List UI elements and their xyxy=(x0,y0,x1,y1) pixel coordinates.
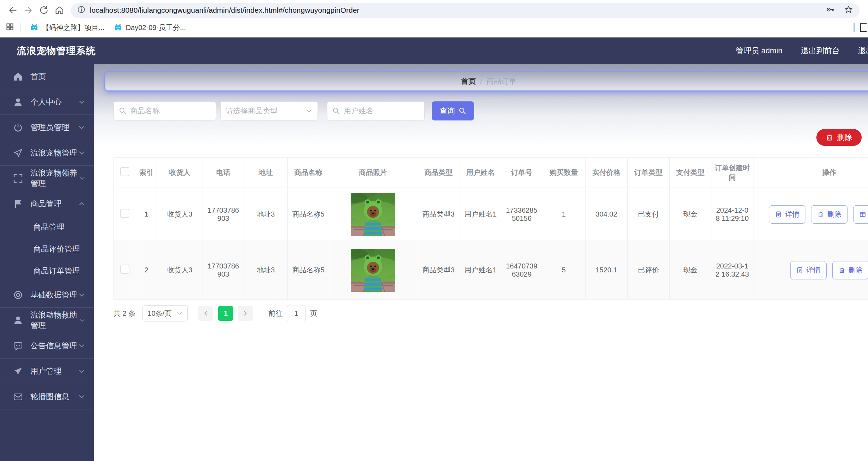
sidebar-item-label: 管理员管理 xyxy=(30,122,69,133)
search-icon xyxy=(459,107,466,115)
sidebar-item-label: 轮播图信息 xyxy=(30,391,69,402)
cell-paid-price: 304.02 xyxy=(586,188,628,241)
table-toolbar: 删除 xyxy=(94,129,868,146)
sidebar-subitem-product[interactable]: 商品管理 xyxy=(0,216,94,238)
sidebar-item-rescue-management[interactable]: 流浪动物救助管理 xyxy=(0,308,94,333)
chevron-down-icon xyxy=(78,368,85,374)
cell-order-type: 已支付 xyxy=(628,188,670,241)
product-name-input[interactable] xyxy=(130,107,211,115)
next-page-button[interactable] xyxy=(238,306,253,321)
product-photo[interactable] xyxy=(351,193,395,236)
sidebar-item-label: 商品管理 xyxy=(30,199,62,209)
document-icon xyxy=(796,267,803,274)
col-index: 索引 xyxy=(136,158,157,188)
apps-grid-icon[interactable] xyxy=(6,23,14,32)
col-product-type: 商品类型 xyxy=(417,158,460,188)
product-type-select[interactable]: 请选择商品类型 xyxy=(220,101,318,120)
forward-icon[interactable] xyxy=(21,2,36,18)
sidebar-item-user-management[interactable]: 用户管理 xyxy=(0,359,94,384)
sidebar-item-base-data-management[interactable]: 基础数据管理 xyxy=(0,282,94,307)
sidebar-subitem-label: 商品订单管理 xyxy=(33,266,80,276)
cell-index: 2 xyxy=(136,241,157,300)
detail-button[interactable]: 详情 xyxy=(790,261,827,279)
col-product-name: 商品名称 xyxy=(288,158,329,188)
page-size-value: 10条/页 xyxy=(147,309,171,318)
detail-button[interactable]: 详情 xyxy=(769,205,805,224)
back-icon[interactable] xyxy=(5,2,21,18)
goto-page-input[interactable] xyxy=(287,306,306,321)
cell-product-type: 商品类型3 xyxy=(417,188,460,241)
chevron-down-icon xyxy=(80,176,85,181)
cell-phone: 17703786903 xyxy=(203,188,244,241)
home-icon[interactable] xyxy=(52,2,67,18)
sidebar-item-product-management[interactable]: 商品管理 xyxy=(0,191,94,216)
bilibili-icon xyxy=(114,23,122,32)
url-text[interactable]: localhost:8080/liulangcongwuguanli/admin… xyxy=(90,6,821,14)
orders-table: 索引 收货人 电话 地址 商品名称 商品照片 商品类型 用户姓名 订单号 购买数… xyxy=(113,157,868,300)
sidebar-item-carousel-info[interactable]: 轮播图信息 xyxy=(0,384,94,409)
sidebar-item-notice-management[interactable]: 公告信息管理 xyxy=(0,333,94,358)
ship-button[interactable]: 发货 xyxy=(853,205,868,224)
cell-order-type: 已评价 xyxy=(628,241,670,300)
reload-icon[interactable] xyxy=(36,2,52,18)
target-circle-icon xyxy=(13,290,23,300)
screen: localhost:8080/liulangcongwuguanli/admin… xyxy=(0,0,868,461)
cell-created-time: 2022-03-12 16:32:43 xyxy=(711,241,753,300)
logout-link[interactable]: 退出 xyxy=(858,46,868,56)
select-all-checkbox[interactable] xyxy=(120,167,129,176)
sidebar-item-personal-center[interactable]: 个人中心 xyxy=(0,89,94,114)
col-paid-price: 实付价格 xyxy=(586,158,628,188)
chevron-down-icon xyxy=(305,108,313,114)
sidebar-item-adoption-management[interactable]: 流浪宠物领养管理 xyxy=(0,166,94,191)
delete-row-button[interactable]: 删除 xyxy=(832,261,868,279)
user-name-field xyxy=(327,101,425,120)
sidebar-item-stray-pet-management[interactable]: 流浪宠物管理 xyxy=(0,140,94,165)
chevron-down-icon xyxy=(78,394,85,400)
breadcrumb-home[interactable]: 首页 xyxy=(461,76,476,86)
sidebar-subitem-product-order[interactable]: 商品订单管理 xyxy=(0,260,94,282)
col-quantity: 购买数量 xyxy=(542,158,586,188)
bookmark-item[interactable]: Day02-09-员工分... xyxy=(111,22,189,34)
sidebar-subitem-label: 商品管理 xyxy=(33,222,64,232)
password-key-icon[interactable] xyxy=(826,5,835,16)
document-icon xyxy=(775,211,782,218)
delete-row-button[interactable]: 删除 xyxy=(811,205,847,224)
sidebar-subitem-label: 商品评价管理 xyxy=(33,244,80,254)
site-info-icon[interactable] xyxy=(77,5,86,15)
app-header: 流浪宠物管理系统 管理员 admin 退出到前台 退出 xyxy=(0,37,868,64)
col-user-name: 用户姓名 xyxy=(460,158,501,188)
batch-delete-button[interactable]: 删除 xyxy=(816,129,862,146)
col-pay-type: 支付类型 xyxy=(670,158,711,188)
browser-toolbar: localhost:8080/liulangcongwuguanli/admin… xyxy=(0,0,868,20)
row-checkbox[interactable] xyxy=(120,265,129,274)
query-button[interactable]: 查询 xyxy=(432,101,474,120)
bookmark-item[interactable]: 【码神之路】项目... xyxy=(27,22,107,34)
sidebar-item-home[interactable]: 首页 xyxy=(0,64,94,89)
partial-bookmark-icon xyxy=(860,23,867,32)
page-size-select[interactable]: 10条/页 xyxy=(142,305,188,321)
current-page-button[interactable]: 1 xyxy=(218,306,233,321)
admin-user-label[interactable]: 管理员 admin xyxy=(736,46,782,56)
trash-icon xyxy=(826,134,833,141)
col-created-time: 订单创建时间 xyxy=(711,158,753,188)
sidebar-item-label: 流浪宠物领养管理 xyxy=(30,168,80,189)
sidebar-item-admin-management[interactable]: 管理员管理 xyxy=(0,115,94,140)
col-address: 地址 xyxy=(244,158,288,188)
chevron-down-icon xyxy=(78,343,85,349)
product-type-placeholder: 请选择商品类型 xyxy=(226,106,305,116)
bilibili-icon xyxy=(30,23,39,32)
user-solid-icon xyxy=(13,315,23,326)
product-name-field xyxy=(113,101,216,120)
cell-address: 地址3 xyxy=(244,188,288,241)
sidebar: 首页 个人中心 管理员管理 xyxy=(0,64,94,461)
prev-page-button[interactable] xyxy=(198,306,213,321)
bookmark-star-icon[interactable] xyxy=(844,5,853,16)
logout-to-front-link[interactable]: 退出到前台 xyxy=(801,46,840,56)
user-name-input[interactable] xyxy=(344,107,419,115)
product-photo[interactable] xyxy=(351,249,395,292)
col-order-no: 订单号 xyxy=(501,158,542,188)
url-bar[interactable]: localhost:8080/liulangcongwuguanli/admin… xyxy=(71,3,860,18)
main-content: 首页 / 商品订单 请选择商品类型 xyxy=(94,64,868,461)
sidebar-subitem-product-review[interactable]: 商品评价管理 xyxy=(0,238,94,260)
row-checkbox[interactable] xyxy=(120,209,129,218)
